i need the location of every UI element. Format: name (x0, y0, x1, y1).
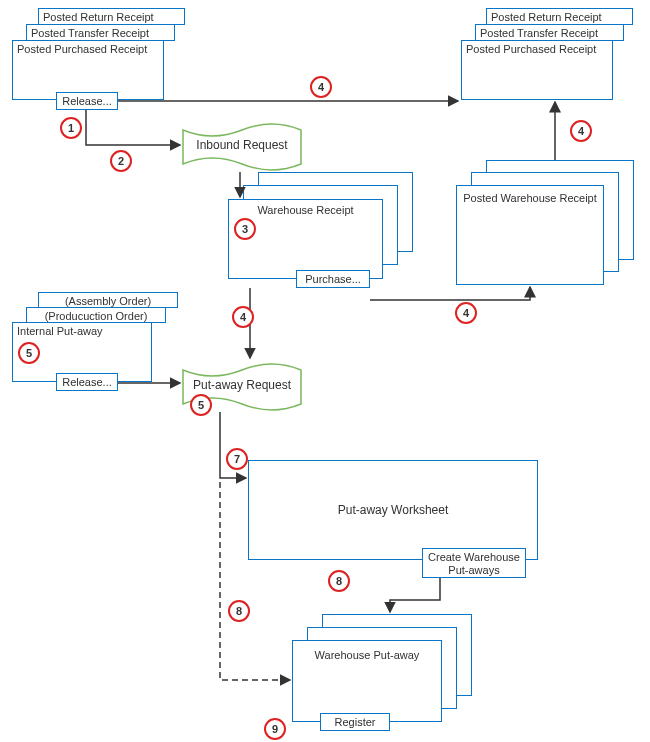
badge-2: 2 (110, 150, 132, 172)
badge-5-left: 5 (18, 342, 40, 364)
badge-7: 7 (226, 448, 248, 470)
badge-8-left: 8 (228, 600, 250, 622)
badge-8-right: 8 (328, 570, 350, 592)
arrows (0, 0, 650, 742)
badge-3: 3 (234, 218, 256, 240)
badge-9: 9 (264, 718, 286, 740)
badge-4-top: 4 (310, 76, 332, 98)
badge-5-green: 5 (190, 394, 212, 416)
badge-4-bottom-right: 4 (455, 302, 477, 324)
badge-4-right: 4 (570, 120, 592, 142)
badge-1: 1 (60, 117, 82, 139)
badge-4-down: 4 (232, 306, 254, 328)
